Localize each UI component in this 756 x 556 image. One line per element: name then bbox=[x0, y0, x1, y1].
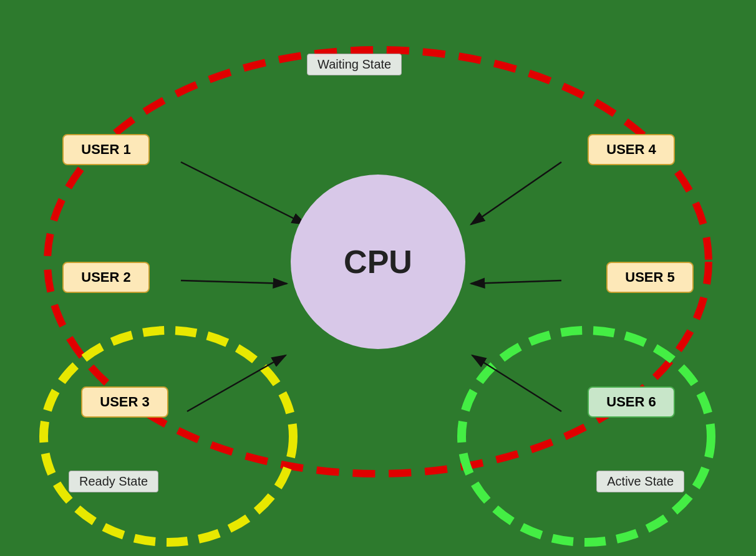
arrow-user4-cpu bbox=[471, 162, 561, 224]
user6-box: USER 6 bbox=[588, 386, 675, 418]
arrow-user1-cpu bbox=[181, 162, 306, 224]
arrow-user2-cpu bbox=[181, 280, 287, 284]
ready-state-label: Ready State bbox=[69, 471, 158, 492]
user3-box: USER 3 bbox=[81, 386, 168, 418]
cpu-label: CPU bbox=[344, 243, 412, 280]
arrow-user6-cpu bbox=[472, 355, 561, 411]
user5-box: USER 5 bbox=[606, 262, 694, 293]
user2-box: USER 2 bbox=[62, 262, 150, 293]
user4-box: USER 4 bbox=[588, 134, 675, 165]
arrow-user5-cpu bbox=[471, 280, 561, 284]
cpu-circle: CPU bbox=[291, 175, 465, 349]
diagram-container: CPU USER 1 USER 2 USER 3 USER 4 USER 5 U… bbox=[0, 0, 756, 556]
ready-ring bbox=[44, 330, 293, 542]
arrow-user3-cpu bbox=[187, 355, 286, 411]
waiting-state-label: Waiting State bbox=[307, 54, 402, 75]
user1-box: USER 1 bbox=[62, 134, 150, 165]
active-ring bbox=[462, 330, 711, 542]
active-state-label: Active State bbox=[596, 471, 684, 492]
